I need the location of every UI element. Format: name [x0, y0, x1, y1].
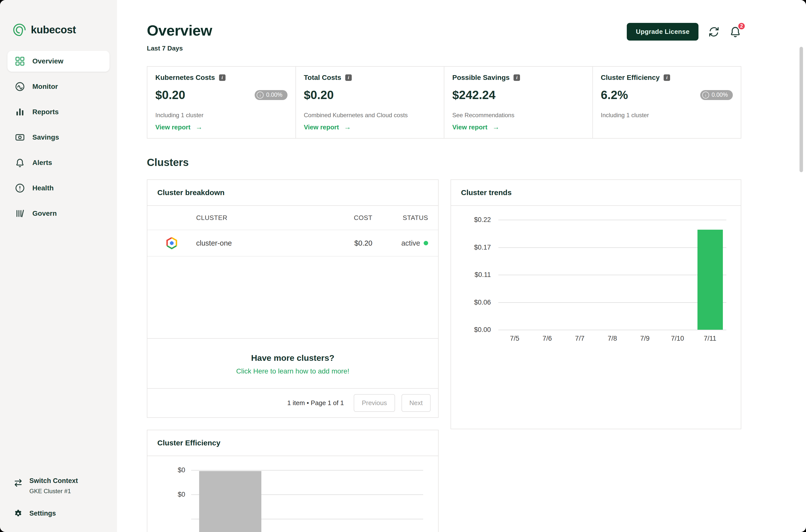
grid-icon — [15, 56, 25, 66]
more-clusters-block: Have more clusters? Click Here to learn … — [147, 339, 438, 389]
arrow-right-icon: → — [195, 123, 202, 131]
sidebar-item-alerts[interactable]: Alerts — [7, 152, 110, 173]
x-axis-label: 7/7 — [575, 335, 584, 342]
column-status[interactable]: STATUS — [372, 214, 428, 222]
more-clusters-title: Have more clusters? — [147, 353, 438, 363]
sidebar: kubecost Overview Monitor Reports Saving… — [0, 0, 117, 532]
bar-chart-icon — [15, 107, 25, 117]
stat-value: $242.24 — [452, 88, 495, 102]
gridline — [498, 330, 726, 330]
previous-page-button[interactable]: Previous — [354, 394, 395, 412]
y-axis-label: $0.06 — [451, 298, 491, 306]
y-axis-label: $0.11 — [451, 271, 491, 279]
add-clusters-link[interactable]: Click Here to learn how to add more! — [147, 367, 438, 375]
notification-badge[interactable]: 2 — [737, 22, 746, 30]
kubecost-logo-icon — [13, 23, 26, 37]
topbar: Overview Last 7 Days Upgrade License 2 — [147, 0, 741, 52]
breakdown-table-body: cluster-one $0.20 active — [147, 230, 438, 256]
health-icon — [15, 183, 25, 193]
govern-icon — [15, 209, 25, 218]
table-empty-space — [147, 256, 438, 339]
sidebar-item-monitor[interactable]: Monitor — [7, 76, 110, 97]
stat-note: Combined Kubernetes and Cloud costs — [304, 112, 436, 119]
view-report-link[interactable]: View report → — [155, 123, 287, 131]
gridline — [498, 220, 726, 220]
gridline — [498, 247, 726, 248]
stat-title: Kubernetes Costs — [155, 74, 215, 82]
kubecost-app: kubecost Overview Monitor Reports Saving… — [0, 0, 806, 532]
info-icon[interactable]: i — [513, 74, 520, 81]
arrow-down-icon: ↓ — [702, 92, 709, 98]
switch-arrows-icon — [14, 478, 23, 488]
breakdown-table-header: CLUSTER COST STATUS — [147, 206, 438, 230]
clusters-panels: Cluster breakdown CLUSTER COST STATUS cl… — [147, 179, 741, 532]
stat-note: Including 1 cluster — [601, 112, 733, 119]
x-axis-label: 7/8 — [607, 335, 617, 342]
column-cluster[interactable]: CLUSTER — [196, 214, 318, 222]
switch-context-value: GKE Cluster #1 — [30, 488, 78, 495]
view-report-link[interactable]: View report → — [452, 123, 584, 131]
cell-cost: $0.20 — [318, 239, 372, 247]
sidebar-item-savings[interactable]: Savings — [7, 127, 110, 148]
x-axis-label: 7/10 — [671, 335, 684, 342]
table-row[interactable]: cluster-one $0.20 active — [147, 230, 438, 256]
monitor-icon — [15, 82, 25, 92]
change-pill: ↓ 0.00% — [700, 90, 733, 100]
cluster-trends-panel: Cluster trends $0.22$0.17$0.11$0.06$0.00… — [451, 179, 741, 429]
x-axis-label: 7/5 — [510, 335, 520, 342]
sidebar-item-govern[interactable]: Govern — [7, 203, 110, 224]
x-axis-label: 7/6 — [543, 335, 552, 342]
x-axis-label: 7/9 — [640, 335, 650, 342]
switch-context[interactable]: Switch Context GKE Cluster #1 — [14, 477, 104, 495]
change-pill: ↓ 0.00% — [255, 90, 287, 100]
topbar-actions: Upgrade License 2 — [627, 23, 741, 41]
stat-note: See Recommendations — [452, 112, 584, 119]
info-icon[interactable]: i — [219, 74, 226, 81]
next-page-button[interactable]: Next — [401, 394, 431, 412]
y-axis-label: $0.17 — [451, 243, 491, 251]
efficiency-bar — [199, 471, 261, 532]
y-axis-label: $0 — [161, 466, 185, 474]
savings-icon — [15, 132, 25, 142]
refresh-icon[interactable] — [708, 26, 720, 38]
stat-card: Possible Savings i $242.24 See Recommend… — [444, 67, 593, 138]
main-content: Overview Last 7 Days Upgrade License 2 K… — [117, 0, 806, 532]
column-cost[interactable]: COST — [318, 214, 372, 222]
bell-icon — [15, 158, 25, 168]
cell-status: active — [372, 239, 428, 247]
pagination-info: 1 item • Page 1 of 1 — [287, 399, 344, 407]
cluster-efficiency-chart: $0 $0 — [147, 456, 438, 532]
stat-value: 6.2% — [601, 88, 628, 102]
sidebar-item-settings[interactable]: Settings — [14, 509, 104, 518]
trend-bar-7/11 — [697, 230, 723, 330]
gridline — [498, 302, 726, 303]
cluster-trends-chart: $0.22$0.17$0.11$0.06$0.007/57/67/77/87/9… — [451, 206, 741, 429]
cluster-efficiency-title: Cluster Efficiency — [147, 430, 438, 456]
info-icon[interactable]: i — [345, 74, 352, 81]
cell-cluster-name: cluster-one — [196, 239, 318, 247]
view-report-link[interactable]: View report → — [304, 123, 436, 131]
vertical-scrollbar-thumb[interactable] — [800, 47, 803, 172]
cluster-efficiency-panel: Cluster Efficiency $0 $0 — [147, 430, 438, 532]
stat-card: Cluster Efficiency i 6.2% ↓ 0.00% Includ… — [593, 67, 741, 138]
date-range-label: Last 7 Days — [147, 44, 212, 52]
settings-label: Settings — [30, 510, 56, 517]
clusters-heading: Clusters — [147, 156, 741, 169]
sidebar-bottom: Switch Context GKE Cluster #1 Settings — [7, 477, 110, 518]
gke-cluster-icon — [147, 236, 196, 250]
arrow-down-icon: ↓ — [257, 92, 264, 98]
cluster-trends-title: Cluster trends — [451, 180, 741, 206]
sidebar-nav: Overview Monitor Reports Savings Alerts … — [7, 51, 110, 228]
status-dot — [424, 241, 428, 245]
y-axis-label: $0.22 — [451, 216, 491, 224]
y-axis-label: $0.00 — [451, 326, 491, 334]
upgrade-license-button[interactable]: Upgrade License — [627, 23, 698, 41]
stat-title: Possible Savings — [452, 74, 509, 82]
sidebar-item-health[interactable]: Health — [7, 178, 110, 198]
kubecost-logo[interactable]: kubecost — [13, 23, 105, 37]
arrow-right-icon: → — [492, 123, 499, 131]
sidebar-item-overview[interactable]: Overview — [7, 51, 110, 72]
info-icon[interactable]: i — [663, 74, 670, 81]
page-title: Overview — [147, 22, 212, 39]
sidebar-item-reports[interactable]: Reports — [7, 101, 110, 122]
